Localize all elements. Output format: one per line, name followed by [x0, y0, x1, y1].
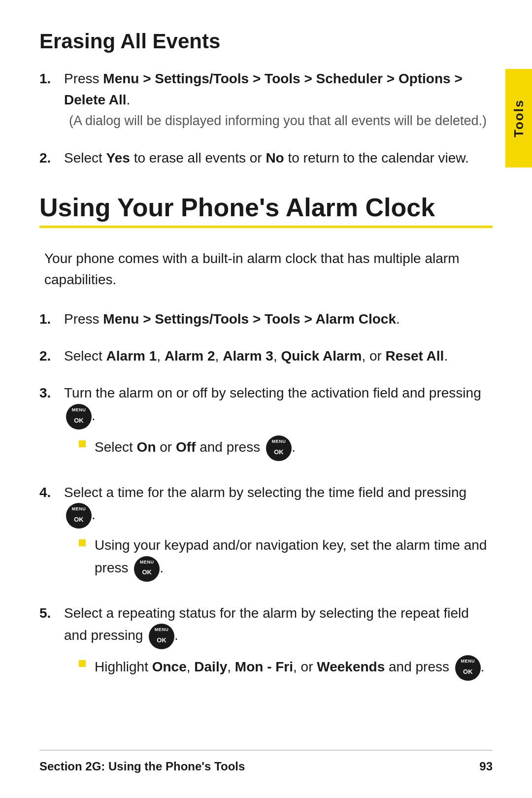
side-tab-label: Tools	[511, 99, 527, 137]
menu-ok-icon	[455, 655, 481, 681]
bullet-icon	[79, 539, 86, 546]
once-option: Once	[152, 659, 187, 674]
alarm-title: Using Your Phone's Alarm Clock	[39, 193, 493, 223]
footer-section-label: Section 2G: Using the Phone's Tools	[39, 760, 245, 773]
menu-ok-icon	[149, 624, 174, 649]
alarm-step-5: 5. Select a repeating status for the ala…	[39, 602, 493, 686]
alarm2: Alarm 2	[165, 348, 215, 364]
alarm-step-2: 2. Select Alarm 1, Alarm 2, Alarm 3, Qui…	[39, 345, 493, 366]
bullet-icon	[79, 440, 86, 447]
step-num: 1.	[39, 308, 64, 330]
on-option: On	[137, 439, 156, 455]
erasing-section: Erasing All Events 1. Press Menu > Setti…	[39, 30, 493, 168]
step-content: Press Menu > Settings/Tools > Tools > Al…	[64, 308, 493, 330]
step-num: 4.	[39, 482, 64, 503]
off-option: Off	[176, 439, 196, 455]
erasing-title: Erasing All Events	[39, 30, 493, 53]
footer-page-number: 93	[479, 760, 493, 773]
monfri-option: Mon - Fri	[235, 659, 293, 674]
sub-text: Using your keypad and/or navigation key,…	[95, 534, 493, 581]
step-num: 1.	[39, 68, 64, 89]
step-content: Press Menu > Settings/Tools > Tools > Sc…	[64, 68, 493, 132]
alarm-intro: Your phone comes with a built-in alarm c…	[44, 248, 493, 291]
alarm-step-3: 3. Turn the alarm on or off by selecting…	[39, 382, 493, 466]
yes-option: Yes	[106, 150, 130, 166]
step-content: Turn the alarm on or off by selecting th…	[64, 382, 493, 466]
sub-list: Select On or Off and press .	[64, 435, 493, 461]
sub-list: Using your keypad and/or navigation key,…	[64, 534, 493, 581]
sub-list: Highlight Once, Daily, Mon - Fri, or Wee…	[64, 655, 493, 681]
step-content: Select a time for the alarm by selecting…	[64, 482, 493, 587]
alarm-step-1: 1. Press Menu > Settings/Tools > Tools >…	[39, 308, 493, 330]
step-num: 2.	[39, 147, 64, 168]
erasing-step-2: 2. Select Yes to erase all events or No …	[39, 147, 493, 168]
menu-ok-icon	[66, 503, 92, 529]
bullet-icon	[79, 660, 86, 667]
sub-item: Highlight Once, Daily, Mon - Fri, or Wee…	[64, 655, 493, 681]
side-tab: Tools	[505, 69, 532, 167]
section-divider	[39, 226, 493, 228]
daily-option: Daily	[194, 659, 227, 674]
menu-ok-icon	[66, 404, 92, 430]
step-num: 5.	[39, 602, 64, 624]
step-content: Select Alarm 1, Alarm 2, Alarm 3, Quick …	[64, 345, 493, 366]
menu-ok-icon	[134, 556, 160, 582]
step-num: 2.	[39, 345, 64, 366]
sub-text: Select On or Off and press .	[95, 435, 296, 461]
sub-item: Select On or Off and press .	[64, 435, 493, 461]
erasing-steps: 1. Press Menu > Settings/Tools > Tools >…	[39, 68, 493, 168]
alarm-step-4: 4. Select a time for the alarm by select…	[39, 482, 493, 587]
footer: Section 2G: Using the Phone's Tools 93	[39, 750, 493, 773]
step-content: Select Yes to erase all events or No to …	[64, 147, 493, 168]
alarm3: Alarm 3	[223, 348, 273, 364]
no-option: No	[266, 150, 284, 166]
alarm-section: Using Your Phone's Alarm Clock Your phon…	[39, 193, 493, 686]
menu-path: Menu > Settings/Tools > Tools > Alarm Cl…	[103, 311, 396, 327]
menu-path: Menu > Settings/Tools > Tools > Schedule…	[64, 71, 463, 107]
weekends-option: Weekends	[317, 659, 385, 674]
alarm-steps: 1. Press Menu > Settings/Tools > Tools >…	[39, 308, 493, 686]
step-note: (A dialog will be displayed informing yo…	[69, 111, 493, 132]
sub-item: Using your keypad and/or navigation key,…	[64, 534, 493, 581]
step-content: Select a repeating status for the alarm …	[64, 602, 493, 686]
menu-ok-icon	[266, 435, 292, 461]
step-num: 3.	[39, 382, 64, 403]
quick-alarm: Quick Alarm	[281, 348, 362, 364]
sub-text: Highlight Once, Daily, Mon - Fri, or Wee…	[95, 655, 485, 681]
erasing-step-1: 1. Press Menu > Settings/Tools > Tools >…	[39, 68, 493, 132]
page-container: Tools Erasing All Events 1. Press Menu >…	[0, 0, 532, 798]
alarm1: Alarm 1	[106, 348, 157, 364]
reset-all: Reset All	[386, 348, 444, 364]
